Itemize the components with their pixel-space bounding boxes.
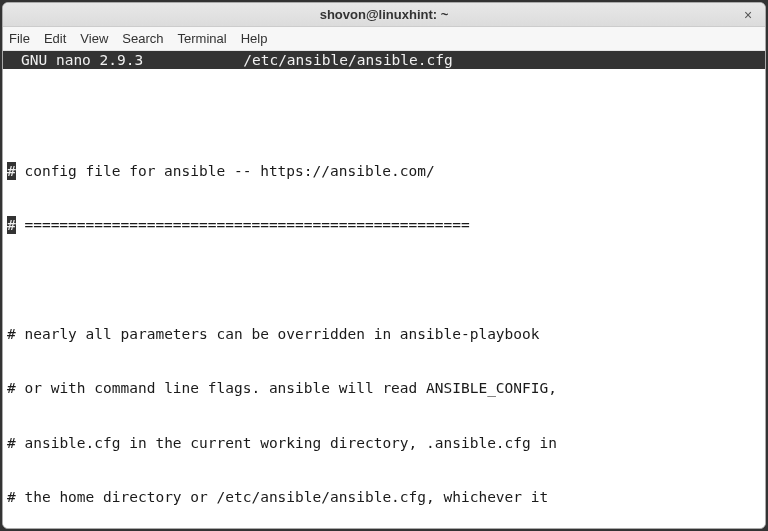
editor-content: # config file for ansible -- https://ans… bbox=[3, 69, 765, 528]
terminal-area[interactable]: GNU nano 2.9.3 /etc/ansible/ansible.cfg … bbox=[3, 51, 765, 528]
file-line: # the home directory or /etc/ansible/ans… bbox=[7, 488, 761, 506]
cursor-hash: # bbox=[7, 216, 16, 234]
file-line: # ansible.cfg in the current working dir… bbox=[7, 434, 761, 452]
window-title: shovon@linuxhint: ~ bbox=[320, 7, 449, 22]
file-line bbox=[7, 271, 761, 289]
window-titlebar: shovon@linuxhint: ~ × bbox=[3, 3, 765, 27]
menu-view[interactable]: View bbox=[80, 31, 108, 46]
file-line: # ======================================… bbox=[7, 216, 761, 234]
file-line: # config file for ansible -- https://ans… bbox=[7, 162, 761, 180]
file-line: # or with command line flags. ansible wi… bbox=[7, 379, 761, 397]
menu-file[interactable]: File bbox=[9, 31, 30, 46]
nano-topbar: GNU nano 2.9.3 /etc/ansible/ansible.cfg bbox=[3, 51, 765, 69]
terminal-window: shovon@linuxhint: ~ × File Edit View Sea… bbox=[2, 2, 766, 529]
file-line bbox=[7, 107, 761, 125]
cursor-hash: # bbox=[7, 162, 16, 180]
nano-appname: GNU nano 2.9.3 bbox=[7, 51, 143, 69]
menu-edit[interactable]: Edit bbox=[44, 31, 66, 46]
menu-search[interactable]: Search bbox=[122, 31, 163, 46]
menubar: File Edit View Search Terminal Help bbox=[3, 27, 765, 51]
menu-help[interactable]: Help bbox=[241, 31, 268, 46]
file-line: # nearly all parameters can be overridde… bbox=[7, 325, 761, 343]
menu-terminal[interactable]: Terminal bbox=[178, 31, 227, 46]
nano-filepath: /etc/ansible/ansible.cfg bbox=[143, 51, 761, 69]
close-icon[interactable]: × bbox=[739, 6, 757, 24]
